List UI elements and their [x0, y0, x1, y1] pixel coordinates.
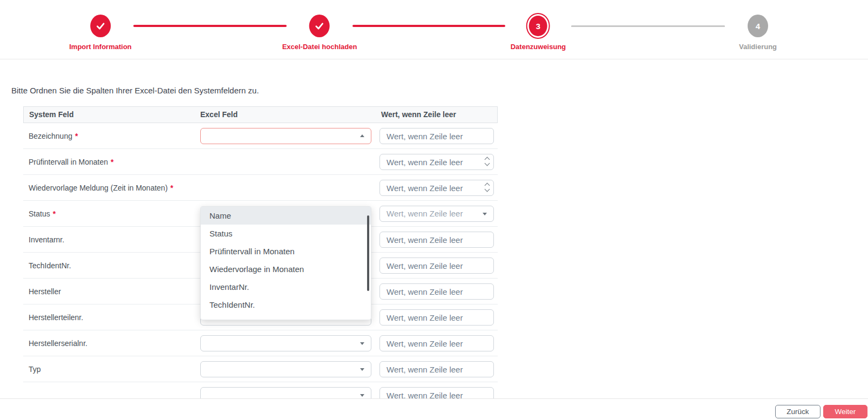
import-wizard-stepper: Import Information Excel-Datei hochladen… — [0, 0, 868, 59]
mapping-content: Bitte Ordnen Sie die Spalten Ihrer Excel… — [0, 60, 868, 398]
system-field-label: Herstellerserialnr. — [29, 330, 87, 356]
stepper-connector-3 — [571, 25, 725, 27]
empty-value-input[interactable] — [379, 128, 494, 144]
step-3-active-ring: 3 — [526, 13, 550, 39]
empty-value-field — [379, 180, 494, 196]
system-field-text: Herstellerteilenr. — [29, 313, 83, 322]
number-spinner-icon[interactable] — [485, 158, 489, 165]
system-field-label: Wiedervorlage Meldung (Zeit in Monaten)* — [29, 175, 173, 201]
next-button[interactable]: Weiter — [823, 405, 867, 418]
empty-value-input[interactable] — [379, 232, 494, 248]
chevron-down-icon — [360, 394, 364, 397]
system-field-text: Status — [29, 209, 50, 218]
step-4-number: 4 — [748, 15, 768, 37]
stepper-connector-2 — [352, 25, 505, 27]
empty-value-input[interactable] — [379, 258, 494, 274]
empty-value-input[interactable] — [379, 387, 494, 398]
step-data-mapping[interactable]: 3 Datenzuweisung — [511, 13, 566, 51]
dropdown-option[interactable]: Wiedervorlage in Monaten — [201, 260, 371, 278]
empty-value-field — [379, 258, 494, 274]
step-import-information[interactable]: Import Information — [69, 15, 132, 51]
excel-field-select[interactable] — [200, 387, 371, 398]
required-marker: * — [111, 158, 113, 166]
dropdown-option[interactable]: Name — [201, 207, 371, 225]
system-field-text: Prüfintervall in Monaten — [29, 158, 108, 166]
excel-field-select[interactable] — [200, 361, 371, 377]
step-2-label: Excel-Datei hochladen — [282, 43, 357, 51]
system-field-label: Typ — [29, 356, 41, 382]
system-field-label: TechIdentNr. — [29, 253, 71, 279]
header-system-field: System Feld — [29, 107, 73, 123]
system-field-text: Inventarnr. — [29, 235, 64, 244]
wizard-footer: Zurück Weiter — [0, 398, 868, 420]
system-field-text: Bezeichnung — [29, 132, 72, 140]
system-field-label: Inventarnr. — [29, 227, 64, 253]
system-field-label: Hersteller — [29, 279, 61, 304]
system-field-text: Herstellerserialnr. — [29, 339, 87, 348]
empty-value-input[interactable] — [379, 335, 494, 351]
spinner-down-icon — [485, 187, 490, 192]
step-3-label: Datenzuweisung — [511, 43, 566, 51]
back-button[interactable]: Zurück — [775, 405, 820, 418]
system-field-label: Herstellerteilenr. — [29, 304, 83, 330]
mapping-instruction: Bitte Ordnen Sie die Spalten Ihrer Excel… — [11, 86, 259, 95]
table-header-row: System Feld Excel Feld Wert, wenn Zeile … — [23, 106, 498, 123]
step-3-number: 3 — [529, 16, 547, 36]
empty-value-field — [379, 128, 494, 144]
empty-value-field — [379, 154, 494, 170]
system-field-label: Bezeichnung* — [29, 123, 78, 149]
empty-value-input[interactable] — [379, 154, 494, 170]
empty-value-select-placeholder: Wert, wenn Zeile leer — [386, 206, 463, 221]
required-marker: * — [171, 184, 173, 192]
excel-field-dropdown-panel: NameStatusPrüfintervall in MonatenWieder… — [200, 206, 371, 320]
dropdown-option[interactable]: Status — [201, 225, 371, 242]
table-row: Typ — [23, 356, 498, 382]
chevron-down-icon — [360, 342, 364, 345]
empty-value-input[interactable] — [379, 361, 494, 377]
empty-value-field — [379, 387, 494, 398]
excel-field-select[interactable] — [200, 335, 371, 351]
table-row-partial — [23, 382, 498, 398]
system-field-text: Wiedervorlage Meldung (Zeit in Monaten) — [29, 184, 168, 192]
required-marker: * — [75, 132, 78, 140]
dropdown-option[interactable]: TechIdentNr. — [201, 296, 371, 314]
dropdown-option-list: NameStatusPrüfintervall in MonatenWieder… — [201, 207, 371, 314]
chevron-down-icon — [360, 368, 364, 371]
system-field-text: TechIdentNr. — [29, 261, 71, 270]
header-excel-field: Excel Feld — [200, 107, 238, 123]
chevron-up-icon — [360, 134, 364, 137]
empty-value-field — [379, 283, 494, 300]
empty-value-field — [379, 232, 494, 248]
dropdown-scrollbar[interactable] — [367, 215, 369, 291]
empty-value-field — [379, 335, 494, 351]
empty-value-input[interactable] — [379, 180, 494, 196]
step-1-label: Import Information — [69, 43, 132, 51]
table-row: Bezeichnung* — [23, 123, 498, 149]
empty-value-input[interactable] — [379, 309, 494, 326]
step-1-check-icon — [90, 15, 111, 37]
step-validation[interactable]: 4 Validierung — [739, 15, 777, 51]
step-4-label: Validierung — [739, 43, 777, 51]
table-row: Herstellerserialnr. — [23, 330, 498, 356]
table-row: Prüfintervall in Monaten* — [23, 149, 498, 175]
excel-field-select[interactable] — [200, 128, 371, 144]
empty-value-field — [379, 361, 494, 377]
step-2-check-icon — [309, 15, 330, 37]
dropdown-option[interactable]: InventarNr. — [201, 278, 371, 296]
empty-value-select[interactable]: Wert, wenn Zeile leer — [379, 206, 494, 222]
required-marker: * — [53, 209, 56, 218]
stepper-connector-1 — [133, 25, 287, 27]
spinner-down-icon — [485, 161, 490, 166]
step-excel-upload[interactable]: Excel-Datei hochladen — [282, 15, 357, 51]
empty-value-input[interactable] — [379, 283, 494, 300]
system-field-label: Status* — [29, 201, 56, 227]
empty-value-field — [379, 309, 494, 326]
system-field-text: Typ — [29, 365, 41, 374]
system-field-label: Prüfintervall in Monaten* — [29, 149, 114, 175]
system-field-text: Hersteller — [29, 287, 61, 296]
header-empty-value: Wert, wenn Zeile leer — [381, 107, 456, 123]
number-spinner-icon[interactable] — [485, 184, 489, 191]
chevron-down-icon — [483, 213, 487, 215]
dropdown-option[interactable]: Prüfintervall in Monaten — [201, 242, 371, 260]
table-row: Wiedervorlage Meldung (Zeit in Monaten)* — [23, 175, 498, 201]
